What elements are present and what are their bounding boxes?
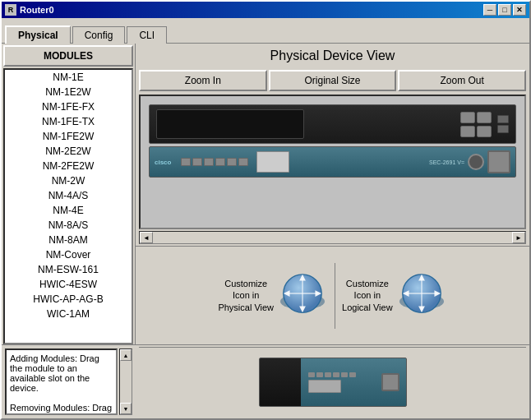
scroll-right-arrow[interactable]: ►: [512, 232, 525, 243]
tab-physical[interactable]: Physical: [5, 25, 71, 44]
right-panel: Physical Device View Zoom In Original Si…: [136, 44, 529, 344]
router-right-section: SEC-2691 V=: [429, 150, 510, 173]
router-device: cisco: [149, 104, 516, 178]
small-port: [181, 158, 191, 166]
list-item[interactable]: NM-ESW-161: [5, 262, 132, 277]
router-port: [477, 126, 492, 137]
router-ports-row: [181, 158, 248, 166]
device-canvas: cisco: [139, 95, 526, 229]
bottom-area: Customize Icon in Physical View: [136, 246, 529, 344]
list-item[interactable]: NM-8AM: [5, 233, 132, 247]
title-bar-left: R Router0: [5, 4, 54, 16]
router-brand-label: cisco: [155, 159, 171, 166]
main-content: MODULES NM-1E NM-1E2W NM-1FE-FX NM-1FE-T…: [2, 43, 529, 344]
thumb-port: [333, 372, 339, 377]
thumb-port: [341, 372, 348, 377]
list-item[interactable]: HWIC-AP-AG-B: [5, 292, 132, 307]
router-physical-icon[interactable]: [279, 271, 328, 321]
router-port: [460, 112, 475, 123]
modules-list[interactable]: NM-1E NM-1E2W NM-1FE-FX NM-1FE-TX NM-1FE…: [3, 68, 133, 344]
modules-header: MODULES: [3, 45, 133, 67]
scroll-track[interactable]: [153, 232, 512, 243]
customize-physical-label: Customize Icon in Physical View: [218, 278, 274, 313]
thumb-dark-strip: [260, 358, 301, 406]
router-port: [460, 126, 475, 137]
main-window: R Router0 ─ □ ✕ Physical Config CLI MODU…: [0, 0, 531, 420]
list-item[interactable]: NM-Cover: [5, 247, 132, 262]
list-item[interactable]: NM-4A/S: [5, 188, 132, 203]
close-button[interactable]: ✕: [513, 4, 526, 16]
small-port: [204, 158, 214, 166]
info-scrollbar[interactable]: ▲ ▼: [119, 348, 132, 415]
tab-bar: Physical Config CLI: [2, 18, 529, 43]
router-main-unit: cisco: [149, 146, 516, 178]
tab-config[interactable]: Config: [72, 26, 126, 44]
thumb-port: [316, 372, 323, 377]
router-port-area: [460, 112, 509, 137]
customize-logical-section: Customize Icon in Logical View: [342, 271, 447, 321]
list-item[interactable]: NM-4E: [5, 203, 132, 218]
customize-panel: Customize Icon in Physical View: [136, 246, 529, 344]
zoom-in-button[interactable]: Zoom In: [139, 70, 267, 91]
info-text: Adding Modules: Drag the module to an av…: [5, 348, 118, 415]
router-port: [477, 112, 492, 123]
list-item[interactable]: NM-1FE-FX: [5, 99, 132, 114]
zoom-out-button[interactable]: Zoom Out: [398, 70, 526, 91]
device-image: cisco: [141, 96, 524, 228]
app-icon: R: [5, 4, 16, 16]
router-logical-icon[interactable]: [398, 271, 447, 321]
original-size-button[interactable]: Original Size: [269, 70, 397, 91]
modules-list-container: NM-1E NM-1E2W NM-1FE-FX NM-1FE-TX NM-1FE…: [3, 68, 133, 344]
list-item[interactable]: NM-2E2W: [5, 144, 132, 159]
minimize-button[interactable]: ─: [483, 4, 496, 16]
thumb-port: [308, 372, 315, 377]
thumb-device: [259, 358, 407, 407]
small-port: [227, 158, 237, 166]
small-port: [215, 158, 225, 166]
list-item[interactable]: NM-1FE2W: [5, 129, 132, 144]
list-item[interactable]: WIC-1AM: [5, 307, 132, 321]
divider: [335, 263, 335, 329]
scroll-left-arrow[interactable]: ◄: [140, 232, 153, 243]
zoom-buttons: Zoom In Original Size Zoom Out: [139, 70, 526, 91]
scroll-up-arrow[interactable]: ▲: [120, 349, 132, 361]
list-item[interactable]: NM-1E: [5, 70, 132, 85]
router-svg: [279, 271, 326, 319]
list-item[interactable]: NM-2W: [5, 173, 132, 188]
list-item[interactable]: HWIC-4ESW: [5, 277, 132, 292]
device-thumbnail: [139, 347, 526, 417]
scroll-down-arrow[interactable]: ▼: [120, 403, 132, 414]
small-port: [238, 158, 248, 166]
v-scroll-track[interactable]: [120, 361, 132, 403]
list-item[interactable]: NM-8A/S: [5, 218, 132, 233]
router-top-unit: [149, 104, 516, 144]
bottom-strip: Adding Modules: Drag the module to an av…: [2, 344, 529, 418]
tab-cli[interactable]: CLI: [127, 26, 167, 44]
thumb-plug: [381, 373, 399, 391]
power-port: [468, 154, 484, 170]
window-title: Router0: [20, 5, 54, 15]
list-item[interactable]: NM-1E2W: [5, 85, 132, 99]
router-svg-2: [398, 271, 446, 319]
thumb-port: [325, 372, 331, 377]
customize-logical-label: Customize Icon in Logical View: [342, 278, 393, 313]
maximize-button[interactable]: □: [498, 4, 511, 16]
title-buttons: ─ □ ✕: [483, 4, 526, 16]
small-port: [192, 158, 202, 166]
customize-physical-section: Customize Icon in Physical View: [218, 271, 328, 321]
title-bar: R Router0 ─ □ ✕: [2, 2, 529, 18]
horizontal-scrollbar[interactable]: ◄ ►: [139, 231, 526, 244]
device-view-title: Physical Device View: [136, 44, 529, 68]
info-section: Adding Modules: Drag the module to an av…: [2, 345, 136, 418]
modules-panel: MODULES NM-1E NM-1E2W NM-1FE-FX NM-1FE-T…: [2, 44, 136, 344]
device-view-area: Physical Device View Zoom In Original Si…: [136, 44, 529, 246]
list-item[interactable]: NM-1FE-TX: [5, 114, 132, 129]
plug-port: [487, 150, 510, 173]
list-item[interactable]: NM-2FE2W: [5, 159, 132, 173]
thumb-port: [349, 372, 356, 377]
